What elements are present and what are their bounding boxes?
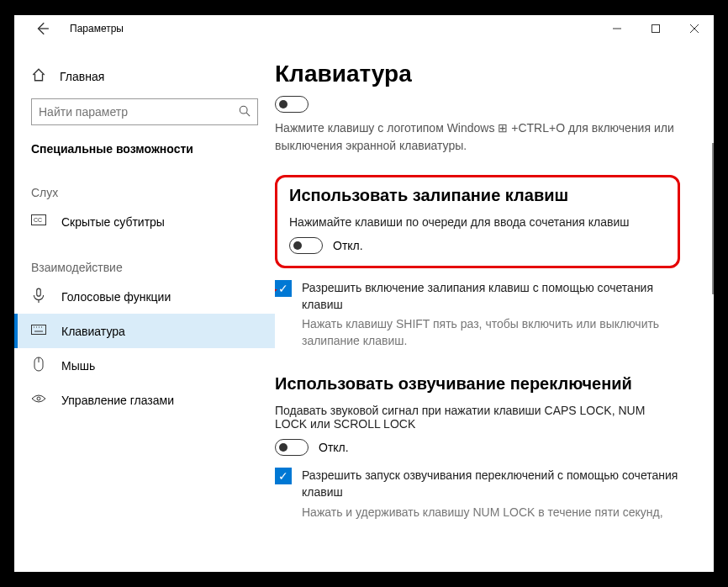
sidebar-item-eye[interactable]: Управление глазами	[14, 383, 275, 417]
minimize-button[interactable]	[598, 15, 636, 42]
osk-toggle[interactable]	[275, 96, 309, 113]
toggle-allow-checkbox[interactable]: ✓	[275, 468, 292, 484]
sidebar-home[interactable]: Главная	[14, 59, 275, 93]
maximize-icon	[652, 24, 660, 33]
microphone-icon	[31, 288, 46, 305]
sidebar-item-label: Мышь	[61, 359, 95, 373]
eye-icon	[31, 391, 46, 409]
toggle-allow-label: Разрешить запуск озвучивания переключени…	[302, 468, 680, 500]
svg-line-5	[246, 113, 250, 116]
group-hearing-label: Слух	[14, 164, 275, 204]
sidebar-section-title: Специальные возможности	[14, 135, 275, 164]
close-icon	[690, 24, 699, 33]
group-interaction-label: Взаимодействие	[14, 239, 275, 279]
sticky-keys-desc: Нажимайте клавиши по очереди для ввода с…	[289, 215, 666, 229]
close-button[interactable]	[675, 15, 714, 42]
sidebar: Главная Специальные возможности Слух CC …	[14, 42, 275, 572]
search-input[interactable]	[39, 105, 239, 119]
toggle-keys-toggle[interactable]	[275, 439, 309, 456]
osk-toggle-partial	[275, 96, 680, 113]
sidebar-item-label: Клавиатура	[61, 325, 125, 338]
maximize-button[interactable]	[636, 15, 675, 42]
titlebar: Параметры	[14, 15, 714, 42]
window-controls	[598, 15, 714, 42]
home-icon	[31, 67, 46, 85]
sidebar-item-mouse[interactable]: Мышь	[14, 348, 275, 383]
arrow-left-icon	[34, 21, 50, 36]
osk-hint-text: Нажмите клавишу с логотипом Windows ⊞ +C…	[275, 119, 680, 155]
svg-rect-8	[37, 288, 41, 296]
mouse-icon	[31, 357, 46, 374]
sidebar-item-label: Скрытые субтитры	[61, 215, 165, 229]
captions-icon: CC	[31, 213, 46, 230]
content-area: Клавиатура Нажмите клавишу с логотипом W…	[275, 42, 714, 572]
toggle-allow-hint: Нажать и удерживать клавишу NUM LOCK в т…	[302, 505, 680, 521]
svg-rect-1	[652, 25, 660, 33]
sticky-allow-label: Разрешить включение залипания клавиш с п…	[302, 280, 680, 313]
toggle-keys-state: Откл.	[319, 441, 349, 454]
keyboard-icon	[31, 322, 46, 340]
search-box[interactable]	[31, 98, 258, 125]
home-label: Главная	[60, 70, 104, 83]
svg-text:CC: CC	[34, 217, 42, 223]
sidebar-item-keyboard[interactable]: Клавиатура	[14, 314, 275, 348]
svg-point-4	[240, 106, 247, 114]
sticky-keys-state: Откл.	[333, 239, 363, 252]
sidebar-item-label: Голосовые функции	[61, 290, 171, 304]
window-title: Параметры	[70, 23, 124, 34]
toggle-allow-row: ✓ Разрешить запуск озвучивания переключе…	[275, 468, 680, 500]
scrollbar[interactable]	[712, 143, 714, 294]
sidebar-item-captions[interactable]: CC Скрытые субтитры	[14, 204, 275, 239]
sidebar-item-speech[interactable]: Голосовые функции	[14, 279, 275, 314]
sidebar-item-label: Управление глазами	[61, 394, 174, 407]
svg-point-17	[37, 397, 40, 400]
toggle-keys-heading: Использовать озвучивание переключений	[275, 374, 680, 394]
sticky-keys-toggle[interactable]	[289, 237, 323, 254]
sticky-keys-heading: Использовать залипание клавиш	[289, 186, 666, 205]
sticky-allow-row: ✓ Разрешить включение залипания клавиш с…	[275, 280, 680, 313]
toggle-keys-desc: Подавать звуковой сигнал при нажатии кла…	[275, 404, 680, 431]
settings-window: Параметры Главная	[14, 15, 714, 572]
back-button[interactable]	[29, 16, 55, 41]
minimize-icon	[613, 24, 621, 33]
svg-rect-9	[32, 325, 46, 335]
sticky-allow-checkbox[interactable]: ✓	[275, 280, 292, 297]
sticky-keys-section-highlighted: Использовать залипание клавиш Нажимайте …	[275, 175, 680, 268]
search-icon	[239, 105, 251, 119]
page-title: Клавиатура	[275, 61, 680, 87]
sticky-allow-hint: Нажать клавишу SHIFT пять раз, чтобы вкл…	[302, 316, 680, 349]
